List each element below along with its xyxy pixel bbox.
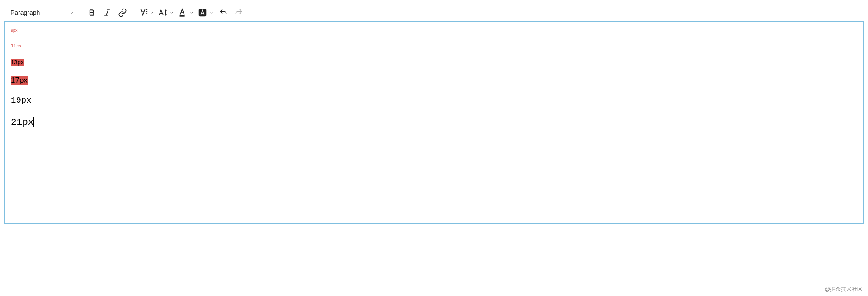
content-line: 11px <box>11 43 22 48</box>
watermark-text: @掘金技术社区 <box>825 286 863 293</box>
toolbar-divider <box>133 7 133 19</box>
italic-icon <box>103 8 112 17</box>
editor-content-area[interactable]: 9px 11px 13px 17px 19px 21px <box>4 21 864 224</box>
content-line: 9px <box>11 28 18 33</box>
chevron-down-icon <box>189 10 194 15</box>
chevron-down-icon <box>69 10 75 15</box>
highlight-icon <box>198 8 208 18</box>
bold-button[interactable] <box>84 5 99 20</box>
line-height-icon <box>138 8 148 18</box>
content-line: 17px <box>11 76 28 85</box>
content-line: 21px <box>11 117 33 127</box>
editor-toolbar: Paragraph <box>4 4 864 21</box>
block-format-select[interactable]: Paragraph <box>6 5 78 20</box>
content-line: 19px <box>11 95 32 105</box>
svg-line-0 <box>106 10 108 15</box>
toolbar-divider <box>81 7 81 19</box>
italic-button[interactable] <box>99 5 115 20</box>
bold-icon <box>87 8 96 17</box>
font-color-icon <box>178 8 188 18</box>
font-size-button[interactable] <box>156 5 176 20</box>
font-color-button[interactable] <box>176 5 196 20</box>
redo-button[interactable] <box>231 5 246 20</box>
highlight-color-button[interactable] <box>196 5 216 20</box>
chevron-down-icon <box>209 10 214 15</box>
undo-icon <box>219 8 228 17</box>
chevron-down-icon <box>150 10 154 15</box>
redo-icon <box>234 8 243 17</box>
undo-button[interactable] <box>216 5 231 20</box>
chevron-down-icon <box>170 10 174 15</box>
line-height-button[interactable] <box>136 5 156 20</box>
font-size-icon <box>158 8 168 18</box>
link-button[interactable] <box>115 5 130 20</box>
block-format-label: Paragraph <box>10 9 40 16</box>
link-icon <box>118 8 127 17</box>
content-line: 13px <box>11 59 24 66</box>
